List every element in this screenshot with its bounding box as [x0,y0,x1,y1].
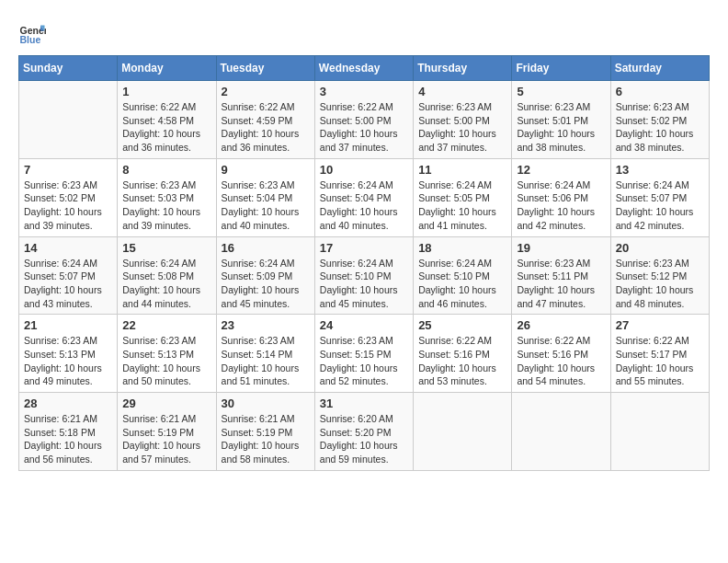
calendar-cell: 3Sunrise: 6:22 AMSunset: 5:00 PMDaylight… [314,81,413,159]
day-number: 2 [222,85,310,98]
day-number: 30 [222,396,310,410]
day-number: 3 [320,85,408,98]
calendar-cell: 9Sunrise: 6:23 AMSunset: 5:04 PMDaylight… [216,158,314,236]
day-number: 25 [418,318,506,332]
calendar-cell: 21Sunrise: 6:23 AMSunset: 5:13 PMDayligh… [19,315,118,393]
cell-content: Sunrise: 6:24 AMSunset: 5:08 PMDaylight:… [122,257,210,311]
cell-content: Sunrise: 6:24 AMSunset: 5:07 PMDaylight:… [24,257,112,311]
day-number: 10 [320,163,408,177]
cell-content: Sunrise: 6:22 AMSunset: 5:00 PMDaylight:… [320,100,408,155]
day-number: 9 [222,163,310,177]
cell-content: Sunrise: 6:20 AMSunset: 5:20 PMDaylight:… [320,412,408,466]
cell-content: Sunrise: 6:24 AMSunset: 5:07 PMDaylight:… [616,178,704,233]
cell-content: Sunrise: 6:23 AMSunset: 5:01 PMDaylight:… [517,100,605,155]
calendar-cell: 30Sunrise: 6:21 AMSunset: 5:19 PMDayligh… [216,393,314,471]
day-number: 19 [517,241,605,255]
day-number: 26 [517,318,605,332]
cell-content: Sunrise: 6:23 AMSunset: 5:04 PMDaylight:… [222,178,310,233]
calendar-week-row: 1Sunrise: 6:22 AMSunset: 4:58 PMDaylight… [19,81,710,159]
calendar-cell: 18Sunrise: 6:24 AMSunset: 5:10 PMDayligh… [414,236,512,315]
day-number: 15 [122,241,210,255]
cell-content: Sunrise: 6:23 AMSunset: 5:13 PMDaylight:… [122,334,210,388]
cell-content: Sunrise: 6:23 AMSunset: 5:02 PMDaylight:… [24,178,112,233]
cell-content: Sunrise: 6:23 AMSunset: 5:12 PMDaylight:… [616,257,704,311]
day-number: 22 [122,318,210,332]
logo: General Blue [18,18,46,46]
cell-content: Sunrise: 6:22 AMSunset: 5:16 PMDaylight:… [418,334,506,388]
calendar-cell: 1Sunrise: 6:22 AMSunset: 4:58 PMDaylight… [118,81,216,159]
calendar-cell: 5Sunrise: 6:23 AMSunset: 5:01 PMDaylight… [512,81,610,159]
calendar-cell: 20Sunrise: 6:23 AMSunset: 5:12 PMDayligh… [610,236,709,315]
cell-content: Sunrise: 6:23 AMSunset: 5:02 PMDaylight:… [616,100,704,155]
day-number: 6 [616,85,704,98]
logo-icon: General Blue [18,18,46,46]
day-number: 4 [418,85,506,98]
day-number: 12 [517,163,605,177]
day-number: 17 [320,241,408,255]
cell-content: Sunrise: 6:24 AMSunset: 5:04 PMDaylight:… [320,178,408,233]
day-header-friday: Friday [512,56,610,81]
day-number: 14 [24,241,112,255]
calendar-cell: 17Sunrise: 6:24 AMSunset: 5:10 PMDayligh… [314,236,413,315]
cell-content: Sunrise: 6:23 AMSunset: 5:14 PMDaylight:… [222,334,310,388]
calendar-cell: 10Sunrise: 6:24 AMSunset: 5:04 PMDayligh… [314,158,413,236]
calendar-cell: 25Sunrise: 6:22 AMSunset: 5:16 PMDayligh… [414,315,512,393]
calendar-cell: 26Sunrise: 6:22 AMSunset: 5:16 PMDayligh… [512,315,610,393]
day-number: 11 [418,163,506,177]
day-header-wednesday: Wednesday [314,56,413,81]
calendar-table: SundayMondayTuesdayWednesdayThursdayFrid… [18,55,710,471]
day-header-tuesday: Tuesday [216,56,314,81]
calendar-cell: 19Sunrise: 6:23 AMSunset: 5:11 PMDayligh… [512,236,610,315]
calendar-cell [512,393,610,471]
calendar-cell: 13Sunrise: 6:24 AMSunset: 5:07 PMDayligh… [610,158,709,236]
cell-content: Sunrise: 6:22 AMSunset: 4:58 PMDaylight:… [122,100,210,155]
day-number: 31 [320,396,408,410]
calendar-cell: 16Sunrise: 6:24 AMSunset: 5:09 PMDayligh… [216,236,314,315]
day-number: 21 [24,318,112,332]
day-header-monday: Monday [118,56,216,81]
cell-content: Sunrise: 6:24 AMSunset: 5:10 PMDaylight:… [418,257,506,311]
day-number: 18 [418,241,506,255]
day-number: 24 [320,318,408,332]
calendar-cell: 24Sunrise: 6:23 AMSunset: 5:15 PMDayligh… [314,315,413,393]
calendar-cell: 31Sunrise: 6:20 AMSunset: 5:20 PMDayligh… [314,393,413,471]
day-number: 7 [24,163,112,177]
day-number: 8 [122,163,210,177]
cell-content: Sunrise: 6:21 AMSunset: 5:18 PMDaylight:… [24,412,112,466]
cell-content: Sunrise: 6:22 AMSunset: 4:59 PMDaylight:… [222,100,310,155]
svg-text:Blue: Blue [20,34,41,45]
cell-content: Sunrise: 6:21 AMSunset: 5:19 PMDaylight:… [222,412,310,466]
cell-content: Sunrise: 6:22 AMSunset: 5:17 PMDaylight:… [616,334,704,388]
day-header-thursday: Thursday [414,56,512,81]
day-number: 5 [517,85,605,98]
cell-content: Sunrise: 6:23 AMSunset: 5:15 PMDaylight:… [320,334,408,388]
calendar-cell: 2Sunrise: 6:22 AMSunset: 4:59 PMDaylight… [216,81,314,159]
calendar-cell: 15Sunrise: 6:24 AMSunset: 5:08 PMDayligh… [118,236,216,315]
day-number: 16 [222,241,310,255]
day-number: 20 [616,241,704,255]
calendar-cell: 27Sunrise: 6:22 AMSunset: 5:17 PMDayligh… [610,315,709,393]
calendar-header-row: SundayMondayTuesdayWednesdayThursdayFrid… [19,56,710,81]
day-number: 1 [122,85,210,98]
calendar-cell: 22Sunrise: 6:23 AMSunset: 5:13 PMDayligh… [118,315,216,393]
cell-content: Sunrise: 6:22 AMSunset: 5:16 PMDaylight:… [517,334,605,388]
day-header-saturday: Saturday [610,56,709,81]
calendar-cell: 6Sunrise: 6:23 AMSunset: 5:02 PMDaylight… [610,81,709,159]
calendar-cell: 4Sunrise: 6:23 AMSunset: 5:00 PMDaylight… [414,81,512,159]
calendar-cell: 11Sunrise: 6:24 AMSunset: 5:05 PMDayligh… [414,158,512,236]
calendar-week-row: 14Sunrise: 6:24 AMSunset: 5:07 PMDayligh… [19,236,710,315]
cell-content: Sunrise: 6:21 AMSunset: 5:19 PMDaylight:… [122,412,210,466]
calendar-cell: 8Sunrise: 6:23 AMSunset: 5:03 PMDaylight… [118,158,216,236]
calendar-cell: 23Sunrise: 6:23 AMSunset: 5:14 PMDayligh… [216,315,314,393]
calendar-cell [414,393,512,471]
page-header: General Blue [18,18,710,46]
calendar-cell: 12Sunrise: 6:24 AMSunset: 5:06 PMDayligh… [512,158,610,236]
day-number: 28 [24,396,112,410]
day-number: 13 [616,163,704,177]
day-number: 29 [122,396,210,410]
day-number: 23 [222,318,310,332]
calendar-week-row: 21Sunrise: 6:23 AMSunset: 5:13 PMDayligh… [19,315,710,393]
calendar-cell [610,393,709,471]
cell-content: Sunrise: 6:24 AMSunset: 5:10 PMDaylight:… [320,257,408,311]
calendar-cell: 14Sunrise: 6:24 AMSunset: 5:07 PMDayligh… [19,236,118,315]
